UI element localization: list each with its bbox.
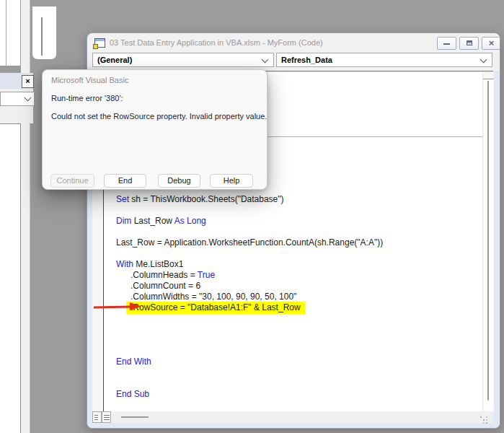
minimize-button[interactable] (437, 37, 456, 50)
dock-gutter (21, 0, 30, 433)
minimize-icon (443, 43, 450, 45)
code-line[interactable]: Dim Last_Row As Long (116, 216, 206, 227)
full-module-view-icon (104, 415, 110, 420)
scrollbar-split-box[interactable] (483, 72, 494, 79)
debug-button[interactable]: Debug (158, 174, 200, 188)
code-line[interactable]: .ColumnCount = 6 (131, 281, 200, 292)
chevron-down-icon (480, 56, 487, 64)
restore-icon (467, 40, 472, 45)
code-line[interactable]: Set sh = ThisWorkbook.Sheets("Database") (116, 194, 284, 205)
close-icon[interactable]: × (22, 75, 34, 88)
keyword-token: End Sub (116, 389, 149, 399)
continue-button: Continue (50, 174, 94, 188)
procedure-view-button[interactable] (92, 411, 102, 423)
keyword-token: With (116, 259, 136, 269)
error-number-text: Run-time error '380': (51, 94, 123, 102)
restore-button[interactable] (459, 37, 479, 50)
keyword-token: Set (116, 194, 131, 204)
end-button[interactable]: End (104, 174, 146, 188)
vertical-scrollbar[interactable] (482, 72, 494, 411)
horizontal-scrollbar[interactable] (92, 411, 493, 423)
annotation-arrow-icon (92, 300, 144, 313)
keyword-token: End With (116, 357, 151, 367)
keyword-token: As Long (174, 216, 206, 226)
full-module-view-button[interactable] (102, 411, 111, 423)
dock-scrollbar-thumb[interactable] (41, 17, 43, 56)
help-button[interactable]: Help (210, 174, 253, 188)
code-token: Me.ListBox1 (136, 259, 183, 269)
resize-grip[interactable] (480, 416, 489, 425)
code-line[interactable]: .ColumnWidths = "30, 100, 90, 90, 50, 10… (131, 292, 296, 302)
code-line[interactable]: End With (116, 357, 151, 367)
horizontal-scrollbar-thumb[interactable] (121, 416, 149, 418)
code-token: sh = ThisWorkbook.Sheets("Database") (131, 194, 283, 204)
vertical-scrollbar-thumb[interactable] (487, 81, 489, 401)
code-line[interactable]: End Sub (116, 389, 149, 400)
code-line[interactable]: .ColumnHeads = True (131, 270, 215, 281)
code-line[interactable]: With Me.ListBox1 (116, 259, 183, 270)
code-token: .ColumnHeads = (131, 270, 198, 280)
runtime-error-dialog: Microsoft Visual Basic Run-time error '3… (42, 69, 268, 190)
dialog-title[interactable]: Microsoft Visual Basic (51, 76, 128, 84)
code-token: .RowSource = "Database!A1:F" & Last_Row (131, 302, 301, 312)
properties-object-dropdown[interactable] (0, 92, 35, 106)
keyword-token: Dim (116, 216, 134, 226)
procedure-dropdown[interactable]: Refresh_Data (276, 53, 492, 67)
chevron-down-icon (262, 56, 269, 64)
vba-ide-screen: × 03 Test Data Entry Application in VBA.… (0, 0, 504, 433)
dock-scrollbar[interactable] (32, 6, 56, 59)
code-line[interactable]: Last_Row = Application.WorksheetFunction… (116, 237, 383, 248)
procedure-dropdown-value: Refresh_Data (281, 56, 332, 64)
code-window-title: 03 Test Data Entry Application in VBA.xl… (110, 38, 323, 47)
properties-list-panel (0, 123, 21, 433)
close-button[interactable]: × (482, 37, 500, 50)
chevron-down-icon (25, 95, 32, 102)
project-explorer-panel (0, 0, 21, 66)
close-icon: × (489, 38, 495, 48)
userform-code-icon (94, 38, 105, 48)
procedure-view-icon (94, 415, 98, 420)
keyword-token: True (198, 270, 215, 280)
panel-divider (6, 0, 6, 66)
object-dropdown[interactable]: (General) (92, 53, 274, 67)
error-description-text: Could not set the RowSource property. In… (51, 112, 267, 121)
object-dropdown-value: (General) (97, 56, 132, 64)
code-line[interactable]: .RowSource = "Database!A1:F" & Last_Row (131, 302, 305, 313)
code-window-titlebar[interactable]: 03 Test Data Entry Application in VBA.xl… (87, 33, 500, 52)
code-token: .ColumnCount = 6 (131, 281, 200, 291)
code-token: Last_Row (134, 216, 174, 226)
code-token: .ColumnWidths = "30, 100, 90, 90, 50, 10… (131, 292, 296, 302)
code-token: Last_Row = Application.WorksheetFunction… (116, 237, 383, 248)
